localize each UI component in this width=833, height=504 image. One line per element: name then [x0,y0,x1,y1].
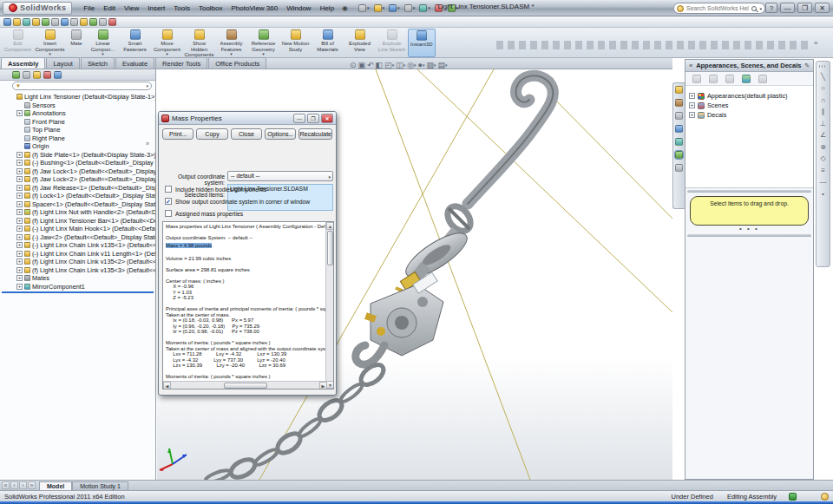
ribbon-button[interactable]: Insert Components ▾ [34,29,66,57]
pane-splitter[interactable] [687,190,811,193]
menu-item[interactable]: View [120,3,143,14]
command-tab[interactable]: Evaluate [115,57,154,69]
tp-help-icon[interactable] [758,75,767,83]
tree-item[interactable]: + (f) Jaw Lock<2> (Default<<Default>_Dis… [0,175,155,184]
ribbon-button[interactable]: Smart Fasteners [119,29,151,57]
menu-item[interactable]: Insert [143,3,169,14]
dimxpertmanager-icon[interactable] [43,71,51,79]
expand-toggle[interactable]: + [16,267,23,273]
menu-item[interactable]: Edit [99,3,120,14]
dialog-button[interactable]: Close [231,128,262,140]
expand-toggle[interactable]: + [16,242,23,248]
snap-parallel-icon[interactable]: ∥ [822,108,825,115]
zoom-to-fit-icon[interactable]: ⊙ [350,61,357,69]
propertymanager-icon[interactable] [23,71,30,79]
new-document-icon[interactable]: ▾ [357,3,371,13]
snap-intersection-icon[interactable]: ⊕ [820,143,826,151]
configurationmanager-icon[interactable] [33,71,41,79]
tree-item[interactable]: + (-) Bushing<1> (Default<<Default>_Disp… [0,159,155,167]
view-orientation-icon[interactable]: ◰ ▾ [384,61,394,69]
scroll-thumb[interactable] [327,231,333,265]
appearances-tree-item[interactable]: + Appearances(default plastic) [689,91,813,101]
tree-item[interactable]: + (-) Light Linx Chain Link v135<1> (Def… [0,241,155,250]
ribbon-button[interactable]: Linear Compon... ▾ [87,29,119,57]
search-dropdown-arrow[interactable]: ▾ [759,6,762,11]
tree-item[interactable]: + MirrorComponent1 [0,283,155,291]
coord-system-dropdown[interactable]: -- default -- ▾ [227,171,333,181]
snap-grid-icon[interactable]: ≡ [821,167,825,174]
tree-item[interactable]: Front Plane [0,118,155,127]
tp-open-icon[interactable] [725,75,734,83]
close-button[interactable]: ✕ [815,3,830,13]
file-explorer-icon[interactable] [675,112,683,120]
ribbon-button[interactable]: Exploded View [344,29,376,57]
snap-horizontal-icon[interactable]: — [820,178,827,186]
view-settings-icon[interactable]: ▤ ▾ [438,61,448,69]
scroll-left-icon[interactable]: ◀ [163,382,171,389]
expand-toggle[interactable]: + [16,275,23,281]
expand-toggle[interactable]: + [689,102,695,108]
checkbox[interactable] [165,210,172,217]
snap-point-icon[interactable]: • [822,190,824,198]
ribbon-button[interactable]: Mate [66,29,87,57]
toolbar-overflow-icon[interactable]: » [814,39,817,47]
scroll-right-icon[interactable]: ▶ [319,382,327,389]
rollback-bar[interactable] [2,291,154,293]
tree-item[interactable]: + (f) Jaw Release<1> (Default<<Default>_… [0,184,155,193]
mass-properties-results[interactable]: Mass properties of Light Linx Tensioner … [162,221,334,389]
menu-item[interactable]: Tools [169,3,194,14]
tp-home-icon[interactable] [709,75,718,83]
tree-item[interactable]: Light Linx Tensioner (Default<Display St… [0,93,155,101]
tree-item[interactable]: + (-) Jaw<2> (Default<<Default>_Display … [0,233,155,242]
ribbon-button[interactable]: Reference Geometry ▾ [247,29,279,57]
help-button[interactable]: ? [765,3,777,13]
equations-icon[interactable] [61,18,69,26]
ribbon-button[interactable]: Bill of Materials [312,29,344,57]
menu-item[interactable]: Toolbox [194,3,227,14]
tree-item[interactable]: + (f) Light Linx Tensioner Bar<1> (Defau… [0,217,155,226]
design-checker-icon[interactable] [51,18,59,26]
search-tab-icon[interactable] [675,125,683,133]
appearances-tab-icon[interactable] [675,151,683,159]
toolbar-grip[interactable] [819,65,827,68]
tp-back-icon[interactable] [692,75,701,83]
menu-item[interactable]: Window [282,3,315,14]
mass-properties-icon[interactable] [23,18,30,26]
tree-item[interactable]: + (f) Light Linx Chain Link v135<2> (Def… [0,258,155,266]
spelling-icon[interactable] [3,18,11,26]
splitter-handle[interactable]: • • • [685,226,813,232]
tree-item[interactable]: + Mates [0,274,155,283]
expand-toggle[interactable]: + [16,284,23,290]
zoom-to-area-icon[interactable]: ▣ [358,61,366,69]
view-palette-icon[interactable] [675,138,683,146]
tree-item[interactable]: + Spacer<1> (Default<<Default>_Display S… [0,200,155,209]
tree-item[interactable]: + (f) Side Plate<1> (Default<Display Sta… [0,151,155,160]
tree-item[interactable]: Top Plane [0,126,155,134]
expand-toggle[interactable]: + [689,93,695,99]
tree-item[interactable]: + (-) Light Linx Chain Link v11 Length<1… [0,250,155,259]
expand-toggle[interactable]: + [16,218,23,224]
displaymanager-icon[interactable] [54,71,62,79]
dialog-title-bar[interactable]: Mass Properties — ❐ ✕ [159,112,336,125]
featuremanager-tree-icon[interactable] [12,71,20,79]
appearances-tree-item[interactable]: + Decals [689,110,813,120]
edit-appearance-icon[interactable]: ● ▾ [418,61,425,69]
model-tab[interactable]: Motion Study 1 [72,481,128,490]
snap-quadrant-icon[interactable]: ◇ [820,154,825,162]
tree-item[interactable]: + (f) Lock<1> (Default<<Default>_Display… [0,192,155,200]
command-tab[interactable]: Office Products [208,57,266,69]
hide-show-items-icon[interactable]: ◎ ▾ [407,61,416,69]
tp-add-to-library-icon[interactable] [742,75,751,83]
checkbox[interactable] [165,186,172,193]
ribbon-button[interactable]: Explode Line Sketch [376,29,408,57]
ribbon-button[interactable]: New Motion Study [279,29,312,57]
expand-toggle[interactable] [16,119,23,125]
command-tab[interactable]: Assembly [1,57,45,69]
dialog-button[interactable]: Copy [196,128,227,140]
expand-toggle[interactable]: + [16,160,23,166]
expand-toggle[interactable]: + [16,201,23,207]
dialog-button[interactable]: Print... [162,128,193,140]
solidworks-resources-icon[interactable] [675,86,683,94]
scroll-down-icon[interactable]: ▼ [326,381,334,389]
results-horizontal-scrollbar[interactable]: ◀ ▶ [163,381,327,389]
